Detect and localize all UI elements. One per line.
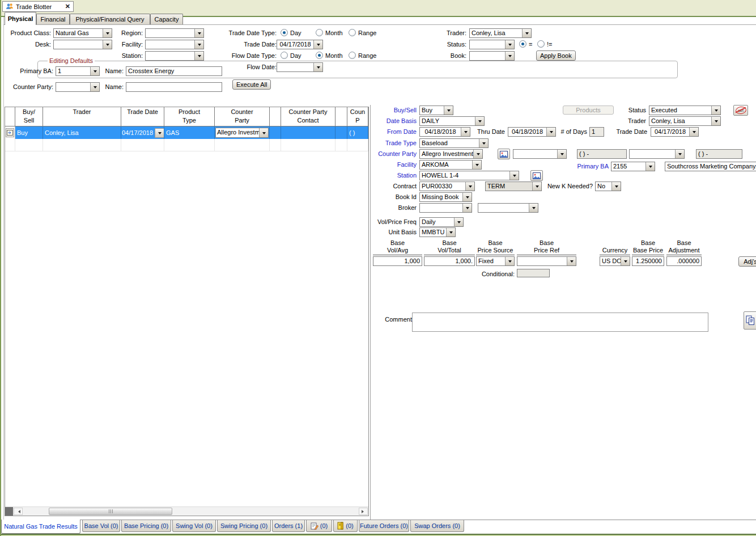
unit-basis-select[interactable]: MMBTU [419,227,456,237]
primary-ba-name-field[interactable]: Crosstex Energy [126,66,222,76]
tab-physical-financial-query[interactable]: Physical/Financial Query [70,14,150,24]
trader-select[interactable]: Conley, Lisa [649,116,721,126]
tab-page-top-border [3,24,756,25]
grid-header-product-type[interactable]: ProductType [164,107,215,126]
primary-ba-name-display: Southcross Marketing Company.. [665,162,756,171]
status-select[interactable]: Executed [649,105,721,115]
broker-label: Broker [366,204,417,212]
copy-comment-button[interactable] [744,311,756,330]
bottom-tab-notes[interactable]: (0) [306,520,332,532]
grid-header-trader[interactable]: Trader [43,107,121,126]
station-filter-select[interactable] [145,51,204,61]
chevron-down-icon [532,182,541,191]
thru-date-select[interactable]: 04/18/2018 [508,127,556,137]
contract-select[interactable]: PUR00330 [419,182,475,191]
bottom-tab-base-vol[interactable]: Base Vol (0) [82,520,120,532]
tab-physical[interactable]: Physical [5,12,36,25]
cell-trade-date[interactable]: 04/17/2018 [121,126,164,139]
trade-date-type-day-radio[interactable] [281,29,288,36]
trade-date-select[interactable]: 04/17/2018 [277,40,323,49]
grid-header-counter-party[interactable]: CounterParty [215,107,270,126]
scroll-right-arrow[interactable] [359,508,368,515]
facility-filter-select[interactable] [145,40,204,49]
status-filter-select[interactable] [469,40,515,49]
from-date-select[interactable]: 04/18/2018 [419,127,470,137]
counter-party-lookup-button[interactable] [498,149,510,159]
counter-party-name-field[interactable] [126,82,222,92]
adjs-button[interactable]: Adj's [738,256,756,267]
book-id-select[interactable]: Missing Book [419,192,472,202]
book-select[interactable] [469,51,515,61]
flow-date-type-day-radio[interactable] [281,52,288,59]
region-select[interactable] [145,28,204,38]
broker-contact-select[interactable] [478,203,538,213]
base-price-ref-select[interactable] [517,256,576,266]
execute-all-button[interactable]: Execute All [232,79,271,90]
counter-party-select[interactable]: Allegro Investment [419,149,483,159]
bottom-tab-base-pricing[interactable]: Base Pricing (0) [121,520,171,532]
tab-capacity[interactable]: Capacity [150,14,183,24]
trade-date-type-month-radio[interactable] [316,29,323,36]
grid-header-buy-sell[interactable]: Buy/Sell [15,107,43,126]
primary-ba-select[interactable]: 2155 [611,162,655,171]
no-sec-stamp-button[interactable]: sec [733,105,748,116]
grid-header-trade-date[interactable]: Trade Date [121,107,164,126]
bottom-tab-swing-pricing[interactable]: Swing Pricing (0) [217,520,271,532]
broker-select[interactable] [419,203,472,213]
comment-field[interactable] [412,313,708,332]
tab-financial[interactable]: Financial [36,14,70,24]
trade-date-type-range-radio[interactable] [349,29,356,36]
flow-date-type-month-radio[interactable] [316,52,323,59]
product-class-select[interactable]: Natural Gas [53,28,112,38]
desk-select[interactable] [53,40,112,49]
scrollbar-thumb[interactable] [49,508,172,515]
table-row[interactable]: Buy Conley, Lisa 04/17/2018 GAS Allegro … [5,126,368,139]
status-equals-radio[interactable] [519,40,526,48]
document-tab-trade-blotter[interactable]: Trade Blotter ✕ [2,1,74,12]
grid-header-counter-party-contact[interactable]: Counter PartyContact [281,107,335,126]
date-basis-select[interactable]: DAILY [419,116,485,126]
chevron-down-icon [509,171,519,180]
station-select[interactable]: HOWELL 1-4 [419,171,519,180]
scroll-left-arrow[interactable] [14,508,23,515]
close-icon[interactable]: ✕ [65,3,70,10]
trade-type-select[interactable]: Baseload [419,138,489,148]
trade-date-detail-select[interactable]: 04/17/2018 [651,127,699,137]
flow-date-type-range-radio[interactable] [349,52,356,59]
horizontal-scrollbar[interactable] [5,507,368,516]
buy-sell-select[interactable]: Buy [419,105,453,115]
bottom-tab-swap-orders[interactable]: Swap Orders (0) [410,520,464,532]
products-button[interactable]: Products [563,105,614,115]
vol-price-freq-select[interactable]: Daily [419,217,464,227]
base-vol-avg-field[interactable]: 1,000 [373,256,422,266]
base-vol-total-field[interactable]: 1,000. [424,256,475,266]
base-price-source-select[interactable]: Fixed [476,256,515,266]
base-base-price-field[interactable]: 1.250000 [632,256,664,266]
bottom-tab-future-orders[interactable]: Future Orders (0) [359,520,409,532]
bottom-tab-swing-vol[interactable]: Swing Vol (0) [172,520,216,532]
base-adjustment-field[interactable]: .000000 [666,256,702,266]
counter-party-default-select[interactable] [56,82,100,92]
facility-select[interactable]: ARKOMA [419,160,482,170]
contract-type-select[interactable]: TERM [485,182,542,191]
cell-counter-party[interactable]: Allegro Investm [215,126,270,139]
trader-filter-select[interactable]: Conley, Lisa [469,28,532,38]
row-selector-cell[interactable] [5,126,15,139]
currency-select[interactable]: US DO [600,256,630,266]
chevron-down-icon [461,128,470,136]
book-id-label: Book Id [366,193,417,201]
apply-book-button[interactable]: Apply Book [536,50,576,61]
primary-ba-default-label: Primary BA: [17,67,53,75]
counter-party-contact2-select[interactable] [629,149,685,159]
bottom-tab-natural-gas-trade-results[interactable]: Natural Gas Trade Results [1,520,80,534]
bottom-tab-ledger[interactable]: (0) [333,520,358,532]
num-days-field[interactable]: 1 [589,127,604,137]
status-not-equals-radio[interactable] [537,40,545,48]
primary-ba-default-select[interactable]: 1 [56,66,100,76]
bottom-tab-orders[interactable]: Orders (1) [272,520,305,532]
counter-party-contact-select[interactable] [513,149,567,159]
new-k-needed-select[interactable]: No [595,182,621,191]
chevron-down-icon [155,128,164,138]
status-filter-label: Status: [430,41,466,48]
station-lookup-button[interactable] [530,170,543,181]
